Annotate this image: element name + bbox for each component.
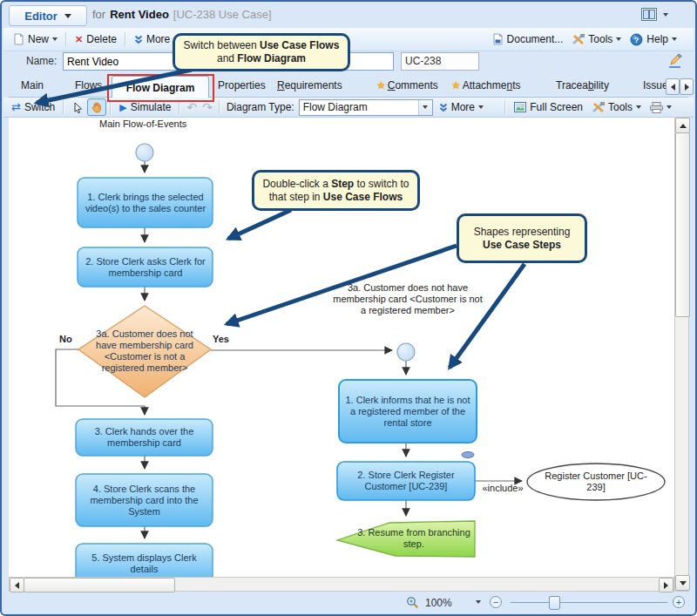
chevron-down-icon: [64, 14, 71, 18]
tab-flows[interactable]: Flows: [75, 79, 102, 91]
reference-dot-icon: [462, 452, 474, 458]
alt-step-2-shape[interactable]: [337, 462, 475, 500]
callout-doubleclick-note: Double-click a Step to switch to that st…: [252, 170, 420, 211]
branch-start-node[interactable]: [397, 343, 415, 361]
diagram-tools-button[interactable]: Tools: [587, 99, 646, 115]
scroll-up-button[interactable]: [675, 118, 690, 133]
simulate-button[interactable]: ▶ Simulate: [115, 99, 175, 115]
name-label: Name:: [26, 55, 57, 67]
step-4-shape[interactable]: [76, 474, 213, 526]
zoom-slider-thumb[interactable]: [549, 596, 560, 610]
zoom-dropdown-icon[interactable]: [476, 600, 481, 604]
separator: [504, 100, 506, 114]
decision-shape[interactable]: [78, 306, 211, 397]
vertical-scroll-thumb[interactable]: [675, 132, 690, 317]
edit-pencil-icon[interactable]: [667, 52, 684, 70]
separator: [219, 100, 220, 114]
scroll-left-button[interactable]: [10, 578, 24, 592]
printer-icon: [650, 102, 663, 113]
title-row: Editor for Rent Video [UC-238 Use Case]: [2, 2, 695, 28]
resume-shape[interactable]: [337, 521, 475, 557]
chevron-down-icon: [52, 37, 58, 41]
step-1-shape[interactable]: [78, 178, 213, 227]
diagram-more-button[interactable]: More: [435, 99, 488, 115]
chevron-down-icon: [663, 13, 668, 17]
horizontal-scrollbar[interactable]: [9, 577, 674, 592]
magnifier-icon[interactable]: [406, 596, 419, 609]
layout-control[interactable]: [641, 8, 668, 21]
full-screen-button[interactable]: Full Screen: [510, 99, 587, 115]
full-screen-label: Full Screen: [530, 101, 583, 113]
scroll-down-button[interactable]: [675, 575, 690, 591]
right-arrow-icon: [685, 84, 689, 91]
undo-icon[interactable]: ↶: [186, 103, 197, 112]
zoom-in-button[interactable]: +: [673, 596, 685, 608]
chevron-down-icon: [636, 105, 641, 109]
tab-scroll-left-button[interactable]: [666, 78, 680, 95]
chevron-down-icon: [478, 105, 484, 109]
tab-requirements[interactable]: Requirements: [277, 79, 342, 91]
tab-flow-diagram[interactable]: Flow Diagram: [112, 76, 209, 98]
print-button[interactable]: [646, 100, 676, 115]
callout-text: Shapes representingUse Case Steps: [474, 226, 571, 252]
hand-icon: [91, 101, 103, 113]
diagram-more-label: More: [451, 101, 475, 113]
document-button[interactable]: Document...: [488, 31, 568, 47]
horizontal-scroll-thumb[interactable]: [24, 578, 175, 592]
editor-dropdown-button[interactable]: Editor: [9, 5, 87, 26]
step-3-shape[interactable]: [76, 419, 213, 456]
use-case-id-field: UC-238: [401, 52, 479, 71]
chevron-down-icon: [423, 105, 428, 109]
right-arrow-icon: [664, 582, 668, 589]
columns-icon: [641, 8, 657, 21]
new-button[interactable]: New: [9, 31, 62, 47]
down-arrow-icon: [680, 581, 687, 586]
more-label: More: [146, 33, 170, 45]
zoom-level-value[interactable]: 100%: [425, 597, 452, 609]
diagram-type-value: Flow Diagram: [300, 101, 418, 113]
page-title: for Rent Video [UC-238 Use Case]: [92, 8, 272, 21]
tab-attachments[interactable]: ★Attachments: [451, 79, 521, 91]
title-name: Rent Video: [110, 8, 169, 21]
pan-tool-button[interactable]: [87, 98, 106, 116]
cursor-icon: [73, 102, 83, 113]
alt-step-1-shape[interactable]: [339, 380, 477, 443]
step-5-shape[interactable]: [76, 544, 213, 577]
chevron-down-icon: [616, 37, 621, 41]
new-label: New: [28, 33, 49, 45]
tab-properties[interactable]: Properties: [218, 79, 266, 91]
document-label: Document...: [507, 33, 564, 45]
double-chevron-icon: [439, 103, 448, 112]
full-screen-icon: [514, 102, 526, 112]
switch-arrows-icon: ⇄: [11, 103, 21, 112]
vertical-scrollbar[interactable]: [674, 117, 689, 592]
tools-label: Tools: [588, 33, 612, 45]
tools-icon: [592, 102, 605, 113]
tab-comments[interactable]: ★Comments: [376, 79, 438, 91]
start-node[interactable]: [136, 144, 153, 161]
tab-traceability[interactable]: Traceability: [556, 79, 609, 91]
tab-scroll-right-button[interactable]: [680, 78, 694, 95]
zoom-slider-track[interactable]: [511, 602, 667, 603]
callout-text: Switch between Use Case Flows and Flow D…: [182, 39, 341, 65]
separator: [110, 100, 112, 114]
switch-button[interactable]: ⇄ Switch: [7, 99, 59, 115]
tab-main[interactable]: Main: [21, 79, 44, 91]
step-2-shape[interactable]: [78, 247, 213, 287]
zoom-out-button[interactable]: −: [490, 596, 502, 608]
use-case-ellipse[interactable]: [527, 464, 665, 500]
up-arrow-icon: [680, 124, 687, 128]
zoom-bar: 100% − +: [2, 593, 695, 614]
separator: [65, 32, 67, 46]
pointer-tool-button[interactable]: [68, 98, 87, 116]
scroll-right-button[interactable]: [659, 578, 673, 592]
diagram-toolbar: ⇄ Switch ▶ Simulate ↶ ↷ Diagram Type: Fl…: [3, 98, 694, 118]
delete-button[interactable]: ✕ Delete: [71, 31, 121, 47]
delete-label: Delete: [86, 33, 117, 45]
combo-dropdown-button[interactable]: [418, 100, 432, 115]
help-button[interactable]: ? Help: [626, 31, 681, 48]
redo-icon[interactable]: ↷: [202, 103, 213, 112]
tools-button[interactable]: Tools: [567, 31, 626, 47]
callout-switch-note: Switch between Use Case Flows and Flow D…: [173, 33, 350, 71]
diagram-type-select[interactable]: Flow Diagram: [299, 99, 433, 116]
